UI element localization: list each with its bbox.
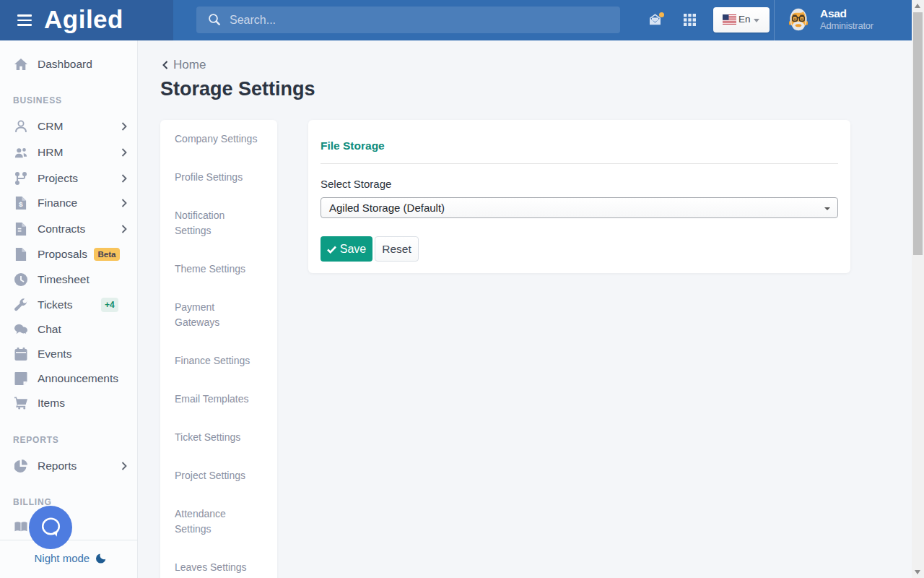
svg-text:$: $ bbox=[19, 200, 23, 208]
